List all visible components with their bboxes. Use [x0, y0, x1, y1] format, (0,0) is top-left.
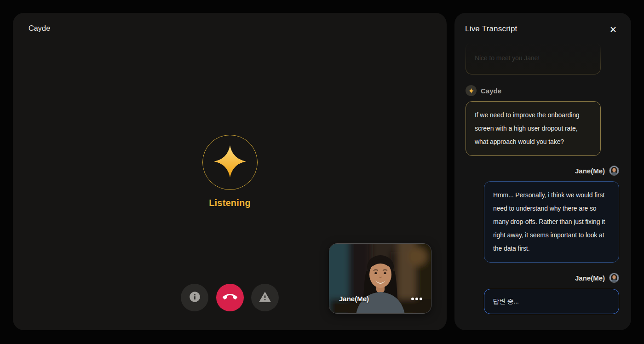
- close-transcript-button[interactable]: ✕: [606, 23, 620, 37]
- info-button[interactable]: [181, 284, 208, 311]
- warning-icon: [259, 291, 271, 305]
- ai-status-circle: [202, 135, 258, 190]
- self-view-name-label: Jane(Me): [339, 295, 369, 303]
- speaker-name-label: Cayde: [481, 87, 501, 95]
- info-icon: [189, 291, 201, 304]
- speaker-name-label: Jane(Me): [575, 274, 605, 282]
- end-call-icon: [223, 290, 237, 306]
- stage-speaker-name: Cayde: [29, 24, 50, 33]
- transcript-title: Live Transcript: [465, 24, 518, 34]
- transcript-message-jane: Hmm... Personally, i think we would firs…: [484, 181, 619, 263]
- transcript-message-cayde: If we need to improve the onboarding scr…: [466, 101, 601, 156]
- speaker-name-label: Jane(Me): [575, 167, 605, 175]
- cayde-avatar: [466, 85, 477, 96]
- speaker-row-cayde: Cayde: [466, 85, 501, 96]
- jane-avatar: [609, 273, 619, 283]
- live-transcript-panel: Live Transcript ✕ Nice to meet you Jane!…: [454, 13, 631, 330]
- video-stage-panel: Cayde Listening: [13, 13, 447, 330]
- ellipsis-icon: [411, 298, 414, 300]
- speaker-row-jane: Jane(Me): [575, 166, 619, 176]
- transcript-message-answering: 답변 중...: [484, 289, 619, 314]
- sparkle-star-icon: [212, 143, 248, 181]
- self-view-tile: Jane(Me): [329, 243, 431, 314]
- ai-status-label: Listening: [13, 198, 447, 208]
- report-button[interactable]: [251, 284, 279, 311]
- transcript-message-faded: Nice to meet you Jane!: [466, 42, 601, 75]
- end-call-button[interactable]: [216, 284, 244, 311]
- transcript-message-list[interactable]: Nice to meet you Jane! Cayde If we need …: [454, 37, 631, 330]
- speaker-row-jane: Jane(Me): [575, 273, 619, 283]
- self-view-more-button[interactable]: [409, 294, 425, 304]
- jane-avatar: [609, 166, 619, 176]
